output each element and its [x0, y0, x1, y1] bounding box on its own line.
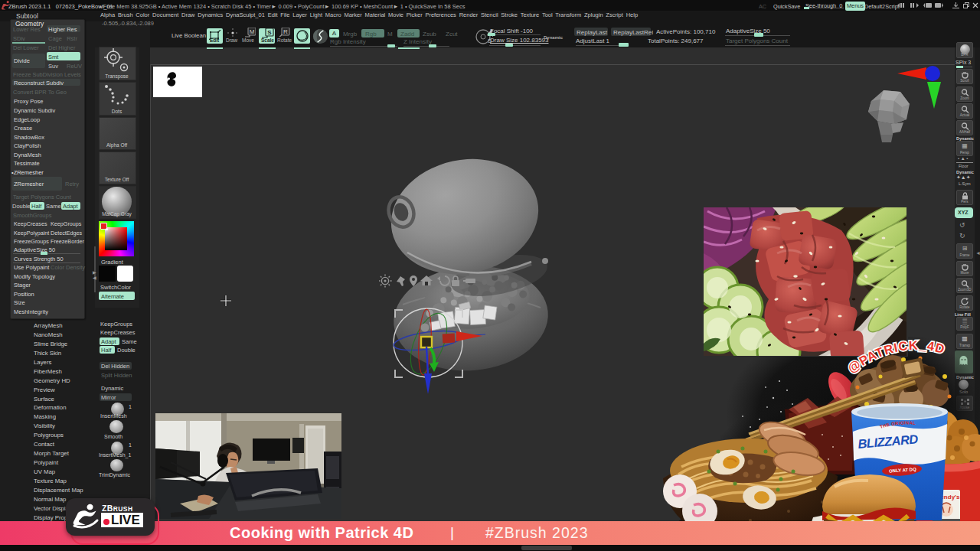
svg-text:R: R [283, 28, 288, 35]
svg-text:M: M [250, 28, 255, 35]
svg-text:S: S [267, 29, 272, 36]
